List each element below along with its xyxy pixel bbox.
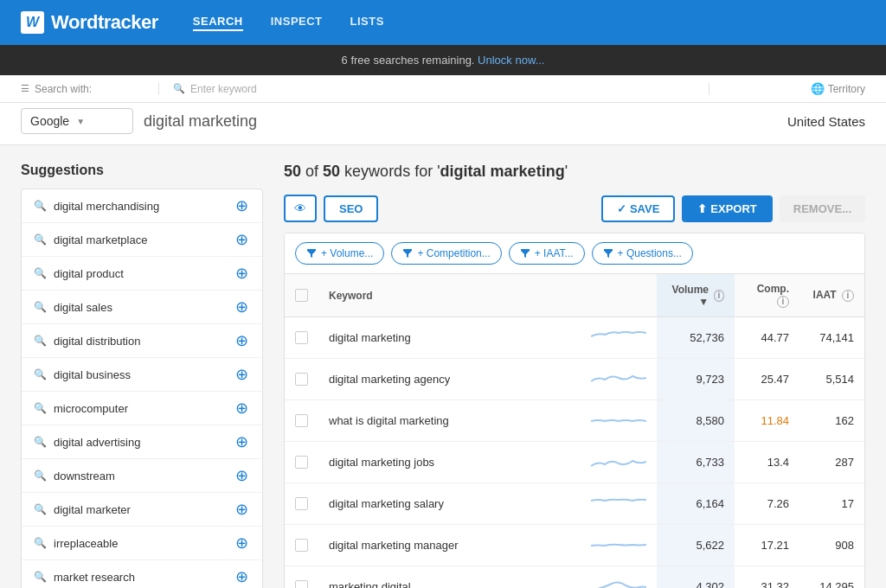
keyword-input-area[interactable]: 🔍 Enter keyword: [159, 83, 709, 95]
keyword-placeholder-label: Enter keyword: [190, 83, 257, 95]
logo[interactable]: W Wordtracker: [21, 11, 158, 34]
add-suggestion-icon[interactable]: ⊕: [233, 467, 250, 484]
row-iaat: 908: [799, 525, 864, 566]
table-row: marketing digital 4,302 31.32 14,295: [285, 566, 864, 589]
search-icon: 🔍: [34, 537, 47, 549]
filter-questions[interactable]: + Questions...: [592, 242, 693, 265]
suggestion-item[interactable]: 🔍 digital advertising ⊕: [22, 425, 262, 459]
search-icon: 🔍: [34, 368, 47, 380]
suggestion-item[interactable]: 🔍 digital product ⊕: [22, 257, 262, 291]
search-icon: 🔍: [34, 503, 47, 515]
keyword-display[interactable]: digital marketing: [144, 109, 709, 134]
add-suggestion-icon[interactable]: ⊕: [233, 197, 250, 214]
upload-icon: ⬆: [697, 202, 707, 215]
row-keyword: digital marketing jobs: [318, 442, 581, 483]
suggestion-text: digital advertising: [54, 436, 233, 449]
row-comp: 11.84: [735, 400, 799, 442]
suggestion-text: digital distribution: [54, 335, 233, 348]
row-keyword: what is digital marketing: [318, 400, 581, 442]
suggestion-item[interactable]: 🔍 digital business ⊕: [22, 358, 262, 392]
territory-label: 🌐 Territory: [811, 82, 865, 95]
remove-button[interactable]: REMOVE...: [780, 195, 865, 222]
seo-button[interactable]: SEO: [324, 195, 378, 222]
suggestion-item[interactable]: 🔍 digital distribution ⊕: [22, 324, 262, 358]
eye-button[interactable]: 👁: [284, 195, 317, 222]
add-suggestion-icon[interactable]: ⊕: [233, 332, 250, 349]
add-suggestion-icon[interactable]: ⊕: [233, 534, 250, 552]
unlock-link[interactable]: Unlock now...: [478, 54, 544, 67]
suggestion-item[interactable]: 🔍 digital merchandising ⊕: [22, 189, 262, 223]
nav-search[interactable]: SEARCH: [193, 15, 243, 31]
suggestion-text: digital merchandising: [54, 200, 233, 213]
territory-value[interactable]: United States: [709, 114, 865, 129]
checkmark-icon: ✓: [617, 202, 626, 215]
keyword-table: Keyword Volume ▼ i Comp. i IAAT i: [285, 274, 864, 588]
row-volume: 52,736: [657, 317, 735, 359]
row-checkbox[interactable]: [295, 331, 308, 344]
row-comp: 17.21: [735, 525, 799, 566]
row-checkbox[interactable]: [295, 373, 308, 386]
suggestion-item[interactable]: 🔍 microcomputer ⊕: [22, 392, 262, 425]
search-row2: Google ▼ digital marketing United States: [0, 103, 886, 145]
suggestion-item[interactable]: 🔍 digital marketplace ⊕: [22, 223, 262, 257]
col-header-iaat[interactable]: IAAT i: [799, 274, 864, 317]
suggestion-item[interactable]: 🔍 digital sales ⊕: [22, 291, 262, 324]
search-icon: 🔍: [34, 470, 47, 482]
table-header-row: Keyword Volume ▼ i Comp. i IAAT i: [285, 274, 864, 317]
add-suggestion-icon[interactable]: ⊕: [233, 366, 250, 383]
suggestion-item[interactable]: 🔍 downstream ⊕: [22, 459, 262, 493]
col-header-comp[interactable]: Comp. i: [735, 274, 799, 317]
add-suggestion-icon[interactable]: ⊕: [233, 298, 250, 316]
row-checkbox[interactable]: [295, 456, 308, 469]
add-suggestion-icon[interactable]: ⊕: [233, 501, 250, 518]
row-comp: 25.47: [735, 359, 799, 400]
row-checkbox[interactable]: [295, 497, 308, 510]
col-header-volume[interactable]: Volume ▼ i: [657, 274, 735, 317]
suggestion-text: downstream: [54, 470, 233, 483]
row-iaat: 287: [799, 442, 864, 483]
row-checkbox[interactable]: [295, 539, 308, 552]
row-volume: 6,164: [657, 483, 735, 525]
add-suggestion-icon[interactable]: ⊕: [233, 265, 250, 282]
search-bar-labels: ☰ Search with: 🔍 Enter keyword 🌐 Territo…: [0, 75, 886, 103]
suggestion-text: microcomputer: [54, 402, 233, 415]
suggestion-item[interactable]: 🔍 market research ⊕: [22, 560, 262, 588]
results-header: 50 of 50 keywords for 'digital marketing…: [284, 163, 865, 181]
row-keyword: digital marketing manager: [318, 525, 581, 566]
search-icon: 🔍: [34, 335, 47, 347]
filter-competition[interactable]: + Competition...: [391, 242, 501, 265]
results-of: of: [305, 163, 323, 180]
select-all-checkbox[interactable]: [295, 289, 308, 302]
suggestion-item[interactable]: 🔍 irreplaceable ⊕: [22, 527, 262, 560]
table-row: digital marketing salary 6,164 7.26 17: [285, 483, 864, 525]
logo-icon: W: [21, 11, 44, 34]
save-button[interactable]: ✓ SAVE: [601, 195, 675, 222]
engine-select[interactable]: Google ▼: [21, 108, 133, 134]
col-header-check: [285, 274, 318, 317]
globe-icon: 🌐: [811, 82, 825, 95]
row-check: [285, 400, 318, 442]
filter-volume[interactable]: + Volume...: [295, 242, 384, 265]
search-icon: 🔍: [34, 233, 47, 246]
row-volume: 4,302: [657, 566, 735, 589]
filter-iaat[interactable]: + IAAT...: [509, 242, 585, 265]
row-checkbox[interactable]: [295, 414, 308, 427]
search-icon: 🔍: [34, 200, 47, 212]
suggestion-item[interactable]: 🔍 digital marketer ⊕: [22, 493, 262, 527]
add-suggestion-icon[interactable]: ⊕: [233, 568, 250, 585]
add-suggestion-icon[interactable]: ⊕: [233, 231, 250, 248]
suggestion-text: digital business: [54, 368, 233, 381]
engine-value: Google: [30, 114, 69, 128]
nav-lists[interactable]: LISTS: [350, 15, 384, 31]
chevron-down-icon: ▼: [76, 117, 85, 126]
nav-inspect[interactable]: INSPECT: [271, 15, 323, 31]
col-header-trend: [581, 274, 657, 317]
add-suggestion-icon[interactable]: ⊕: [233, 433, 250, 451]
add-suggestion-icon[interactable]: ⊕: [233, 399, 250, 417]
search-with-area: ☰ Search with:: [21, 83, 159, 95]
row-checkbox[interactable]: [295, 580, 308, 588]
row-iaat: 162: [799, 400, 864, 442]
search-icon: 🔍: [34, 267, 47, 279]
export-button[interactable]: ⬆ EXPORT: [682, 195, 772, 222]
row-volume: 9,723: [657, 359, 735, 400]
